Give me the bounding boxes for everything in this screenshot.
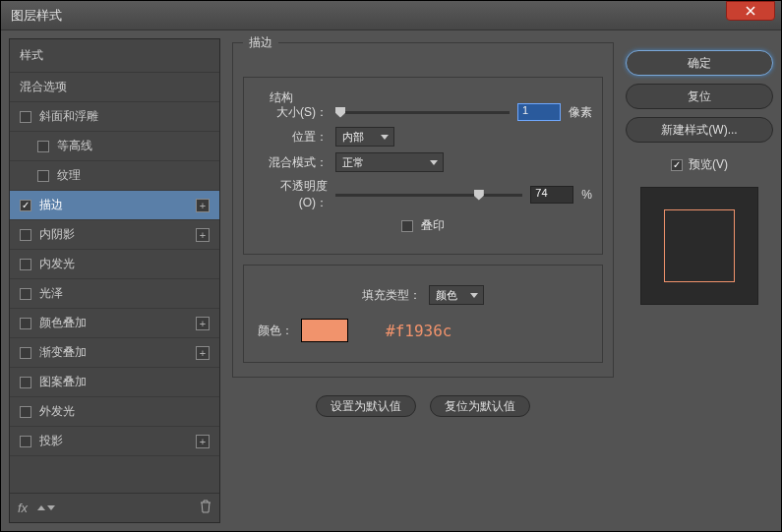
style-label: 描边 — [39, 197, 63, 213]
style-item-8[interactable]: 渐变叠加+ — [10, 338, 219, 368]
preview-label: 预览(V) — [689, 156, 728, 173]
move-up-icon[interactable] — [37, 505, 45, 510]
overprint-label: 叠印 — [421, 217, 445, 234]
make-default-button[interactable]: 设置为默认值 — [316, 395, 416, 417]
styles-footer: fx — [10, 493, 219, 522]
style-item-11[interactable]: 投影+ — [10, 427, 219, 456]
style-checkbox[interactable] — [20, 288, 31, 300]
style-checkbox[interactable] — [20, 406, 31, 418]
style-checkbox[interactable] — [37, 141, 49, 152]
ok-button[interactable]: 确定 — [626, 50, 773, 76]
opacity-unit: % — [581, 188, 592, 202]
blending-options[interactable]: 混合选项 — [10, 73, 219, 102]
style-label: 等高线 — [57, 138, 92, 154]
size-label: 大小(S)： — [254, 104, 328, 121]
preview-box — [640, 187, 758, 305]
action-panel: 确定 复位 新建样式(W)... 预览(V) — [626, 38, 773, 523]
style-item-4[interactable]: 内阴影+ — [10, 220, 219, 250]
style-item-7[interactable]: 颜色叠加+ — [10, 309, 219, 338]
style-checkbox[interactable] — [20, 259, 31, 270]
style-checkbox[interactable] — [37, 170, 49, 182]
style-checkbox[interactable] — [20, 377, 31, 388]
styles-header: 样式 — [10, 39, 219, 73]
style-item-1[interactable]: 等高线 — [10, 132, 219, 161]
trash-icon[interactable] — [200, 500, 211, 516]
add-effect-icon[interactable]: + — [196, 346, 210, 360]
style-label: 外发光 — [39, 403, 75, 420]
style-checkbox[interactable] — [20, 436, 31, 447]
reset-default-button[interactable]: 复位为默认值 — [430, 395, 530, 417]
style-label: 斜面和浮雕 — [39, 108, 98, 125]
style-item-0[interactable]: 斜面和浮雕 — [10, 102, 219, 132]
opacity-input[interactable]: 74 — [530, 186, 573, 204]
fill-type-dropdown[interactable]: 颜色 — [429, 285, 484, 305]
structure-legend: 结构 — [264, 89, 299, 106]
new-style-button[interactable]: 新建样式(W)... — [626, 117, 773, 143]
opacity-slider[interactable] — [335, 194, 522, 197]
style-item-6[interactable]: 光泽 — [10, 279, 219, 309]
style-label: 内发光 — [39, 256, 75, 272]
style-label: 颜色叠加 — [39, 315, 87, 331]
move-down-icon[interactable] — [47, 505, 55, 510]
title-bar: 图层样式 — [1, 1, 781, 30]
add-effect-icon[interactable]: + — [196, 435, 210, 448]
size-input[interactable]: 1 — [517, 103, 561, 121]
stroke-group: 描边 结构 大小(S)： 1 像素 位置： 内部 混合模式： — [232, 42, 614, 378]
opacity-label: 不透明度(O)： — [254, 178, 328, 211]
preview-checkbox[interactable] — [671, 159, 683, 171]
overprint-checkbox[interactable] — [401, 220, 413, 232]
fill-group: 填充类型： 颜色 颜色： #f1936c — [243, 265, 603, 363]
style-item-10[interactable]: 外发光 — [10, 397, 219, 427]
style-label: 光泽 — [39, 285, 63, 302]
style-label: 投影 — [39, 433, 63, 449]
add-effect-icon[interactable]: + — [196, 228, 210, 242]
cancel-button[interactable]: 复位 — [626, 84, 773, 109]
color-swatch[interactable] — [301, 319, 348, 342]
style-checkbox[interactable] — [20, 200, 31, 211]
position-label: 位置： — [254, 129, 328, 146]
preview-shape — [664, 209, 735, 282]
style-label: 内阴影 — [39, 226, 75, 243]
style-item-3[interactable]: 描边+ — [10, 191, 219, 220]
blend-mode-label: 混合模式： — [254, 154, 328, 171]
close-button[interactable] — [726, 1, 775, 21]
fill-type-label: 填充类型： — [362, 287, 421, 304]
style-label: 图案叠加 — [39, 374, 87, 390]
blend-mode-dropdown[interactable]: 正常 — [335, 152, 444, 172]
style-checkbox[interactable] — [20, 347, 31, 359]
position-dropdown[interactable]: 内部 — [335, 127, 394, 147]
style-label: 纹理 — [57, 167, 81, 184]
style-checkbox[interactable] — [20, 111, 31, 123]
add-effect-icon[interactable]: + — [196, 199, 210, 212]
stroke-legend: 描边 — [243, 34, 278, 51]
settings-panel: 描边 结构 大小(S)： 1 像素 位置： 内部 混合模式： — [228, 38, 618, 523]
style-item-2[interactable]: 纹理 — [10, 161, 219, 191]
style-checkbox[interactable] — [20, 318, 31, 329]
color-label: 颜色： — [254, 323, 293, 339]
color-hex-note: #f1936c — [386, 322, 451, 340]
fx-icon[interactable]: fx — [18, 501, 28, 515]
style-item-9[interactable]: 图案叠加 — [10, 368, 219, 397]
window-title: 图层样式 — [1, 7, 62, 25]
style-item-5[interactable]: 内发光 — [10, 250, 219, 279]
size-unit: 像素 — [569, 104, 592, 121]
size-slider[interactable] — [335, 111, 510, 114]
add-effect-icon[interactable]: + — [196, 317, 210, 330]
styles-panel: 样式 混合选项 斜面和浮雕等高线纹理描边+内阴影+内发光光泽颜色叠加+渐变叠加+… — [9, 38, 220, 523]
structure-group: 结构 大小(S)： 1 像素 位置： 内部 混合模式： 正常 — [243, 77, 603, 255]
style-label: 渐变叠加 — [39, 344, 87, 361]
preview-toggle[interactable]: 预览(V) — [626, 156, 773, 173]
style-checkbox[interactable] — [20, 229, 31, 241]
